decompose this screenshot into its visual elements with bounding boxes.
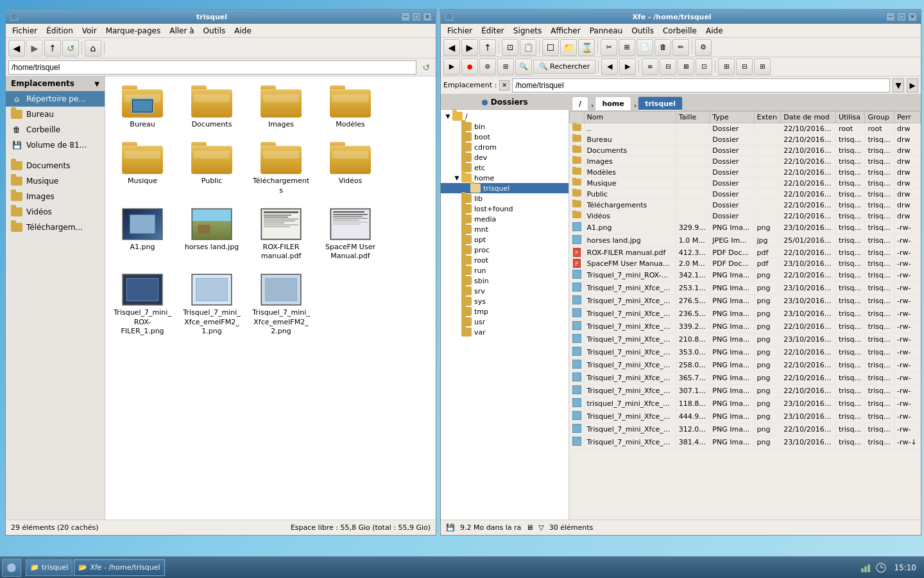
tree-expand-tmp[interactable] (452, 307, 461, 316)
tree-expand-cdrom[interactable] (452, 143, 461, 152)
right-address-input[interactable] (512, 78, 890, 92)
sidebar-item-documents[interactable]: Documents (6, 158, 105, 173)
right-next-search-btn[interactable]: ▶ (619, 58, 636, 75)
tree-item-etc[interactable]: etc (441, 162, 569, 173)
right-maximize-btn[interactable]: □ (897, 12, 906, 21)
address-refresh-btn[interactable]: ↺ (419, 60, 433, 74)
menu-aide-left[interactable]: Aide (230, 25, 255, 37)
file-item-bureau[interactable]: Bureau (110, 82, 175, 133)
menu-aide-right[interactable]: Aide (702, 25, 727, 37)
table-row[interactable]: Trisquel_7_mini_Xfce_... 381.4... PNG Im… (570, 436, 921, 449)
right-paste-btn[interactable]: 📋 (520, 39, 536, 56)
tree-expand-root-dir[interactable] (452, 256, 461, 265)
home-nav-btn[interactable]: ⌂ (85, 40, 101, 57)
tree-item-usr[interactable]: usr (441, 317, 569, 327)
tree-item-opt[interactable]: opt (441, 234, 569, 245)
table-row[interactable]: Trisquel_7_mini_ROX-... 342.1... PNG Ima… (570, 269, 921, 282)
tree-item-lib[interactable]: lib (441, 193, 569, 204)
sidebar-item-home[interactable]: ⌂ Répertoire pe... (6, 91, 105, 107)
tree-expand-srv[interactable] (452, 286, 461, 295)
table-row[interactable]: Trisquel_7_mini_Xfce_... 276.5... PNG Im… (570, 295, 921, 308)
table-row[interactable]: Bureau Dossier 22/10/2016... trisq... tr… (570, 134, 921, 145)
table-row[interactable]: trisquel_7_mini_Xfce_... 118.8... PNG Im… (570, 398, 921, 410)
th-perm[interactable]: Perr (894, 112, 920, 123)
right-new-symlink-btn[interactable]: ⌛ (578, 39, 595, 56)
sidebar-item-bureau[interactable]: Bureau (6, 107, 105, 122)
right-forward-btn[interactable]: ▶ (461, 39, 478, 56)
address-next-btn[interactable]: ▶ (907, 78, 918, 92)
file-item-telechargements[interactable]: Téléchargements (249, 138, 313, 199)
table-row[interactable]: Trisquel_7_mini_Xfce_... 253.1... PNG Im… (570, 282, 921, 295)
right-up-btn[interactable]: ↑ (479, 39, 496, 56)
reload-btn[interactable]: ↺ (62, 40, 79, 57)
menu-marque-pages-left[interactable]: Marque-pages (102, 25, 165, 37)
tree-expand-media[interactable] (452, 215, 461, 223)
tree-item-cdrom[interactable]: cdrom (441, 142, 569, 152)
tree-item-tmp[interactable]: tmp (441, 306, 569, 317)
left-close-btn[interactable]: ✕ (423, 12, 432, 21)
table-row[interactable]: Public Dossier 22/10/2016... trisq... tr… (570, 189, 921, 200)
menu-edition-left[interactable]: Édition (42, 25, 77, 37)
menu-panneau-right[interactable]: Panneau (586, 25, 627, 37)
tree-expand-root[interactable]: ▼ (443, 112, 452, 121)
tree-item-mnt[interactable]: mnt (441, 224, 569, 234)
right-search-icon-btn[interactable]: 🔍 (515, 58, 532, 75)
view-detail-btn[interactable]: ≡ (642, 58, 658, 75)
table-row[interactable]: horses land.jpg 1.0 M... JPEG Im... jpg … (570, 234, 921, 247)
view-detail3-btn[interactable]: ⊠ (678, 58, 694, 75)
menu-outils-left[interactable]: Outils (200, 25, 230, 37)
th-type[interactable]: Type (710, 112, 754, 123)
tree-item-media[interactable]: media (441, 214, 569, 224)
menu-fichier-left[interactable]: Fichier (8, 25, 41, 37)
th-utilisa[interactable]: Utilisa (835, 112, 865, 123)
view-detail4-btn[interactable]: ⊡ (696, 58, 712, 75)
left-maximize-btn[interactable]: □ (412, 12, 421, 21)
right-copy2-btn[interactable]: ⊞ (619, 39, 635, 56)
tree-item-srv[interactable]: srv (441, 286, 569, 296)
table-row[interactable]: Trisquel_7_mini_Xfce_... 307.1... PNG Im… (570, 385, 921, 398)
tree-expand-run[interactable] (452, 266, 461, 275)
table-row[interactable]: P ROX-FILER manual.pdf 412.3... PDF Doc.… (570, 247, 921, 258)
tree-item-sys[interactable]: sys (441, 296, 569, 306)
view-icon-btn[interactable]: ⊞ (718, 58, 735, 75)
menu-corbeille-right[interactable]: Corbeille (659, 25, 701, 37)
forward-btn[interactable]: ▶ (26, 40, 43, 57)
file-item-videos[interactable]: Vidéos (318, 138, 382, 199)
table-row[interactable]: Trisquel_7_mini_Xfce_... 365.7... PNG Im… (570, 372, 921, 385)
address-dropdown-btn[interactable]: ▼ (893, 78, 904, 92)
tree-expand-trisquel[interactable] (461, 184, 470, 193)
table-row[interactable]: .. Dossier 22/10/2016... root root drw (570, 123, 921, 134)
file-item-triq3[interactable]: Trisquel_7_mini_Xfce_emelFM2_2.png (249, 270, 313, 340)
view-icon2-btn[interactable]: ⊟ (736, 58, 753, 75)
file-item-horses[interactable]: horses land.jpg (180, 204, 244, 265)
sidebar-item-musique[interactable]: Musique (6, 173, 105, 189)
tree-item-run[interactable]: run (441, 265, 569, 276)
tree-expand-dev[interactable] (452, 153, 461, 162)
table-row[interactable]: Trisquel_7_mini_Xfce_... 258.0... PNG Im… (570, 359, 921, 372)
table-row[interactable]: Modèles Dossier 22/10/2016... trisq... t… (570, 167, 921, 178)
right-hidden-btn[interactable]: ● (461, 58, 478, 75)
table-row[interactable]: Téléchargements Dossier 22/10/2016... tr… (570, 200, 921, 211)
left-minimize-btn[interactable]: ─ (401, 12, 410, 21)
th-date[interactable]: Date de mod (781, 112, 836, 123)
menu-outils-right[interactable]: Outils (628, 25, 658, 37)
sidebar-item-telechargements[interactable]: Téléchargem... (6, 220, 105, 235)
view-icon3-btn[interactable]: ⊞ (754, 58, 771, 75)
right-new-file-btn[interactable]: ☐ (542, 39, 559, 56)
menu-signets-right[interactable]: Signets (509, 25, 546, 37)
file-item-spacefm[interactable]: SpaceFM User Manual.pdf (318, 204, 382, 265)
file-item-modeles[interactable]: Modèles (318, 82, 382, 133)
table-row[interactable]: P SpaceFM User Manua... 2.0 M... PDF Doc… (570, 258, 921, 269)
right-back-btn[interactable]: ◀ (443, 39, 460, 56)
menu-fichier-right[interactable]: Fichier (443, 25, 476, 37)
tree-item-root-dir[interactable]: root (441, 255, 569, 265)
table-row[interactable]: Trisquel_7_mini_Xfce_... 210.8... PNG Im… (570, 333, 921, 346)
right-cut-btn[interactable]: ✂ (601, 39, 617, 56)
right-new-folder-btn[interactable]: 📁 (560, 39, 577, 56)
right-rename-btn[interactable]: ✏ (672, 39, 689, 56)
bc-tab-trisquel[interactable]: trisquel (638, 96, 683, 110)
bc-tab-root[interactable]: / (572, 96, 588, 110)
tree-item-lost[interactable]: lost+found (441, 204, 569, 214)
tree-item-boot[interactable]: boot (441, 132, 569, 142)
tree-item-sbin[interactable]: sbin (441, 276, 569, 286)
